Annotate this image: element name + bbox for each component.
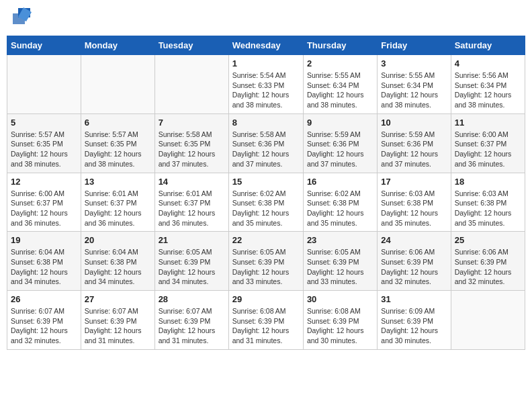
- calendar-cell: 2Sunrise: 5:55 AM Sunset: 6:34 PM Daylig…: [303, 55, 377, 114]
- calendar-cell: 16Sunrise: 6:02 AM Sunset: 6:38 PM Dayli…: [303, 173, 377, 232]
- day-number: 18: [455, 177, 521, 187]
- calendar-cell: 18Sunrise: 6:03 AM Sunset: 6:38 PM Dayli…: [451, 173, 525, 232]
- day-number: 10: [381, 118, 447, 128]
- day-number: 5: [11, 118, 77, 128]
- calendar-cell: [81, 55, 154, 114]
- day-number: 14: [159, 177, 225, 187]
- day-info: Sunrise: 6:03 AM Sunset: 6:38 PM Dayligh…: [455, 189, 521, 228]
- day-info: Sunrise: 5:59 AM Sunset: 6:36 PM Dayligh…: [381, 130, 447, 169]
- calendar-week-4: 19Sunrise: 6:04 AM Sunset: 6:38 PM Dayli…: [7, 232, 525, 291]
- day-number: 15: [232, 177, 300, 187]
- calendar-cell: [7, 55, 81, 114]
- day-number: 28: [159, 294, 225, 304]
- day-number: 26: [11, 294, 77, 304]
- day-info: Sunrise: 6:04 AM Sunset: 6:38 PM Dayligh…: [11, 247, 77, 287]
- day-info: Sunrise: 6:02 AM Sunset: 6:38 PM Dayligh…: [232, 189, 300, 228]
- calendar-cell: 25Sunrise: 6:06 AM Sunset: 6:39 PM Dayli…: [451, 232, 525, 291]
- day-number: 19: [11, 235, 77, 245]
- day-number: 12: [11, 177, 77, 187]
- day-info: Sunrise: 6:09 AM Sunset: 6:39 PM Dayligh…: [381, 306, 447, 346]
- day-info: Sunrise: 6:00 AM Sunset: 6:37 PM Dayligh…: [455, 130, 521, 169]
- weekday-header-tuesday: Tuesday: [154, 36, 228, 55]
- day-info: Sunrise: 6:08 AM Sunset: 6:39 PM Dayligh…: [232, 306, 300, 346]
- day-number: 11: [455, 118, 521, 128]
- day-number: 25: [455, 235, 521, 245]
- day-number: 29: [232, 294, 300, 304]
- day-number: 1: [232, 58, 300, 68]
- calendar-cell: 17Sunrise: 6:03 AM Sunset: 6:38 PM Dayli…: [378, 173, 451, 232]
- weekday-header-saturday: Saturday: [451, 36, 525, 55]
- calendar-week-5: 26Sunrise: 6:07 AM Sunset: 6:39 PM Dayli…: [7, 291, 525, 350]
- weekday-header-friday: Friday: [378, 36, 451, 55]
- weekday-header-thursday: Thursday: [303, 36, 377, 55]
- day-info: Sunrise: 6:06 AM Sunset: 6:39 PM Dayligh…: [455, 247, 521, 287]
- calendar-cell: [154, 55, 228, 114]
- day-number: 3: [381, 58, 447, 68]
- weekday-header-monday: Monday: [81, 36, 154, 55]
- calendar-cell: 6Sunrise: 5:57 AM Sunset: 6:35 PM Daylig…: [81, 113, 154, 173]
- day-info: Sunrise: 6:01 AM Sunset: 6:37 PM Dayligh…: [85, 189, 151, 228]
- logo: [10, 7, 32, 29]
- day-info: Sunrise: 5:56 AM Sunset: 6:34 PM Dayligh…: [455, 71, 521, 110]
- day-info: Sunrise: 6:06 AM Sunset: 6:39 PM Dayligh…: [381, 247, 447, 287]
- day-info: Sunrise: 6:05 AM Sunset: 6:39 PM Dayligh…: [159, 247, 225, 287]
- calendar-cell: 20Sunrise: 6:04 AM Sunset: 6:38 PM Dayli…: [81, 232, 154, 291]
- day-info: Sunrise: 5:58 AM Sunset: 6:36 PM Dayligh…: [232, 130, 300, 169]
- calendar-cell: 13Sunrise: 6:01 AM Sunset: 6:37 PM Dayli…: [81, 173, 154, 232]
- day-number: 31: [381, 294, 447, 304]
- calendar-cell: [451, 291, 525, 350]
- calendar-cell: 14Sunrise: 6:01 AM Sunset: 6:37 PM Dayli…: [154, 173, 228, 232]
- calendar-cell: 23Sunrise: 6:05 AM Sunset: 6:39 PM Dayli…: [303, 232, 377, 291]
- calendar-cell: 28Sunrise: 6:07 AM Sunset: 6:39 PM Dayli…: [154, 291, 228, 350]
- day-number: 20: [85, 235, 151, 245]
- day-info: Sunrise: 6:03 AM Sunset: 6:38 PM Dayligh…: [381, 189, 447, 228]
- logo-icon: [11, 7, 32, 26]
- day-number: 2: [307, 58, 373, 68]
- day-number: 27: [85, 294, 151, 304]
- calendar-cell: 27Sunrise: 6:07 AM Sunset: 6:39 PM Dayli…: [81, 291, 154, 350]
- day-info: Sunrise: 5:59 AM Sunset: 6:36 PM Dayligh…: [307, 130, 373, 169]
- day-info: Sunrise: 6:07 AM Sunset: 6:39 PM Dayligh…: [159, 306, 225, 346]
- day-number: 8: [232, 118, 300, 128]
- day-number: 30: [307, 294, 373, 304]
- day-info: Sunrise: 5:54 AM Sunset: 6:33 PM Dayligh…: [232, 71, 300, 110]
- day-info: Sunrise: 6:00 AM Sunset: 6:37 PM Dayligh…: [11, 189, 77, 228]
- day-info: Sunrise: 6:04 AM Sunset: 6:38 PM Dayligh…: [85, 247, 151, 287]
- day-number: 4: [455, 58, 521, 68]
- calendar-cell: 29Sunrise: 6:08 AM Sunset: 6:39 PM Dayli…: [228, 291, 303, 350]
- page-header: [7, 7, 525, 29]
- calendar-cell: 26Sunrise: 6:07 AM Sunset: 6:39 PM Dayli…: [7, 291, 81, 350]
- day-info: Sunrise: 6:07 AM Sunset: 6:39 PM Dayligh…: [85, 306, 151, 346]
- calendar-cell: 15Sunrise: 6:02 AM Sunset: 6:38 PM Dayli…: [228, 173, 303, 232]
- day-info: Sunrise: 6:05 AM Sunset: 6:39 PM Dayligh…: [307, 247, 373, 287]
- day-info: Sunrise: 6:05 AM Sunset: 6:39 PM Dayligh…: [232, 247, 300, 287]
- weekday-header-wednesday: Wednesday: [228, 36, 303, 55]
- calendar-cell: 22Sunrise: 6:05 AM Sunset: 6:39 PM Dayli…: [228, 232, 303, 291]
- day-info: Sunrise: 5:57 AM Sunset: 6:35 PM Dayligh…: [85, 130, 151, 169]
- calendar-cell: 8Sunrise: 5:58 AM Sunset: 6:36 PM Daylig…: [228, 113, 303, 173]
- calendar-cell: 1Sunrise: 5:54 AM Sunset: 6:33 PM Daylig…: [228, 55, 303, 114]
- day-info: Sunrise: 6:02 AM Sunset: 6:38 PM Dayligh…: [307, 189, 373, 228]
- calendar-cell: 19Sunrise: 6:04 AM Sunset: 6:38 PM Dayli…: [7, 232, 81, 291]
- calendar-table: SundayMondayTuesdayWednesdayThursdayFrid…: [7, 36, 525, 350]
- day-info: Sunrise: 5:57 AM Sunset: 6:35 PM Dayligh…: [11, 130, 77, 169]
- day-info: Sunrise: 6:07 AM Sunset: 6:39 PM Dayligh…: [11, 306, 77, 346]
- calendar-cell: 3Sunrise: 5:55 AM Sunset: 6:34 PM Daylig…: [378, 55, 451, 114]
- calendar-cell: 30Sunrise: 6:08 AM Sunset: 6:39 PM Dayli…: [303, 291, 377, 350]
- day-number: 24: [381, 235, 447, 245]
- calendar-cell: 31Sunrise: 6:09 AM Sunset: 6:39 PM Dayli…: [378, 291, 451, 350]
- day-number: 21: [159, 235, 225, 245]
- day-info: Sunrise: 6:01 AM Sunset: 6:37 PM Dayligh…: [159, 189, 225, 228]
- day-number: 22: [232, 235, 300, 245]
- day-number: 9: [307, 118, 373, 128]
- day-info: Sunrise: 6:08 AM Sunset: 6:39 PM Dayligh…: [307, 306, 373, 346]
- calendar-cell: 12Sunrise: 6:00 AM Sunset: 6:37 PM Dayli…: [7, 173, 81, 232]
- calendar-cell: 24Sunrise: 6:06 AM Sunset: 6:39 PM Dayli…: [378, 232, 451, 291]
- day-number: 16: [307, 177, 373, 187]
- weekday-header-sunday: Sunday: [7, 36, 81, 55]
- calendar-cell: 11Sunrise: 6:00 AM Sunset: 6:37 PM Dayli…: [451, 113, 525, 173]
- calendar-cell: 5Sunrise: 5:57 AM Sunset: 6:35 PM Daylig…: [7, 113, 81, 173]
- day-number: 13: [85, 177, 151, 187]
- calendar-cell: 4Sunrise: 5:56 AM Sunset: 6:34 PM Daylig…: [451, 55, 525, 114]
- day-number: 17: [381, 177, 447, 187]
